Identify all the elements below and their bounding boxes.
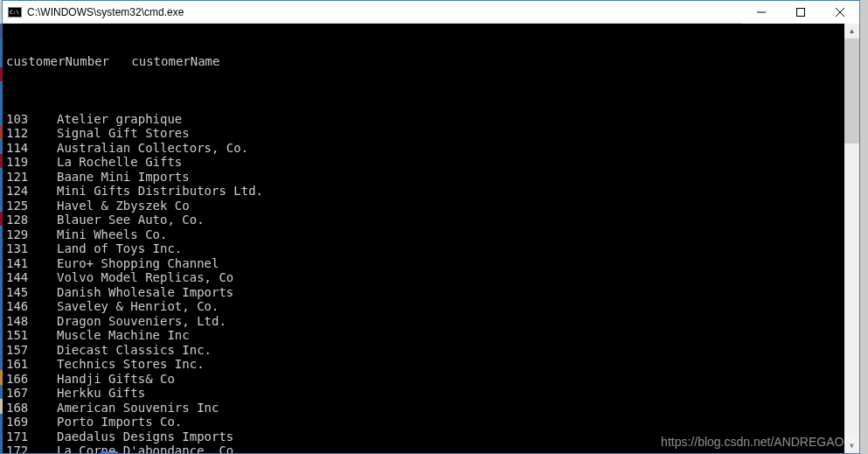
customer-name: Mini Wheels Co. [57,227,167,242]
customer-name: Danish Wholesale Imports [57,285,233,300]
table-row: 103Atelier graphique [3,112,844,127]
customer-name: American Souvenirs Inc [57,401,219,416]
header-col1: customerNumber [6,54,109,68]
customer-name: Daedalus Designs Imports [57,430,233,444]
customer-number: 172 [3,444,57,453]
customer-number: 119 [3,155,57,170]
customer-number: 103 [3,112,57,127]
console-area: customerNumber customerName 103Atelier g… [3,24,859,453]
table-row: 141Euro+ Shopping Channel [3,256,844,271]
customer-name: La Rochelle Gifts [57,155,182,170]
titlebar[interactable]: C:\WINDOWS\system32\cmd.exe [3,1,859,24]
customer-number: 148 [3,314,57,329]
customer-number: 166 [3,372,57,387]
customer-number: 131 [3,241,57,256]
left-edge-decoration [0,24,3,454]
customer-name: Technics Stores Inc. [57,357,205,372]
customer-number: 168 [3,401,57,416]
window-title: C:\WINDOWS\system32\cmd.exe [27,6,741,18]
customer-number: 114 [3,141,57,156]
customer-number: 146 [3,299,57,314]
customer-number: 167 [3,386,57,401]
customer-name: Dragon Souveniers, Ltd. [57,314,226,329]
table-row: 129Mini Wheels Co. [3,227,844,242]
console-output[interactable]: customerNumber customerName 103Atelier g… [3,24,844,453]
table-row: 167Herkku Gifts [3,386,844,401]
customer-number: 161 [3,357,57,372]
minimize-button[interactable] [741,1,781,24]
customer-name: Diecast Classics Inc. [57,343,212,358]
customer-name: Baane Mini Imports [57,170,190,185]
cmd-icon [8,7,22,17]
maximize-button[interactable] [781,1,820,24]
scroll-thumb[interactable] [844,38,859,143]
close-icon [836,8,844,17]
customer-name: Porto Imports Co. [57,415,182,430]
customer-name: Euro+ Shopping Channel [57,256,219,271]
customer-name: Mini Gifts Distributors Ltd. [57,184,263,199]
table-row: 125Havel & Zbyszek Co [3,199,844,213]
customer-name: Havel & Zbyszek Co [57,199,190,213]
customer-number: 157 [3,343,57,358]
table-row: 119La Rochelle Gifts [3,155,844,170]
table-row: 114Australian Collectors, Co. [3,141,844,156]
svg-rect-1 [796,9,804,17]
table-row: 144Volvo Model Replicas, Co [3,270,844,285]
table-row: 145Danish Wholesale Imports [3,285,844,300]
vertical-scrollbar[interactable]: ▲ ▼ [844,24,859,453]
customer-name: Australian Collectors, Co. [57,141,248,156]
table-row: 166Handji Gifts& Co [3,372,844,387]
customer-number: 169 [3,415,57,430]
table-row: 148Dragon Souveniers, Ltd. [3,314,844,329]
maximize-icon [796,8,805,17]
header-col2: customerName [131,54,219,68]
table-header: customerNumber customerName [3,54,844,69]
table-row: 161Technics Stores Inc. [3,357,844,372]
scroll-up-arrow[interactable]: ▲ [844,24,859,38]
customer-name: Signal Gift Stores [57,126,190,141]
minimize-icon [757,8,766,17]
customer-number: 144 [3,270,57,285]
table-row: 131Land of Toys Inc. [3,241,844,256]
customer-name: Handji Gifts& Co [57,372,175,387]
customer-number: 121 [3,170,57,185]
customer-number: 145 [3,285,57,300]
window-controls [741,1,859,23]
customer-number: 141 [3,256,57,271]
customer-number: 112 [3,126,57,141]
customer-name: Volvo Model Replicas, Co [57,270,233,285]
table-row: 121Baane Mini Imports [3,170,844,185]
table-row: 146Saveley & Henriot, Co. [3,299,844,314]
table-row: 128Blauer See Auto, Co. [3,213,844,227]
customer-name: Blauer See Auto, Co. [57,213,205,227]
customer-number: 128 [3,213,57,227]
customer-name: Saveley & Henriot, Co. [57,299,219,314]
customer-name: La Corne D'abondance, Co. [57,444,241,453]
customer-number: 151 [3,328,57,343]
customer-number: 171 [3,430,57,444]
customer-number: 125 [3,199,57,213]
table-row: 169Porto Imports Co. [3,415,844,430]
customer-number: 124 [3,184,57,199]
customer-name: Muscle Machine Inc [57,328,190,343]
table-row: 124Mini Gifts Distributors Ltd. [3,184,844,199]
table-row: 168American Souvenirs Inc [3,401,844,416]
watermark-text: https://blog.csdn.net/ANDREGAO08 [661,435,858,449]
cmd-window: C:\WINDOWS\system32\cmd.exe customerNumb… [2,0,860,454]
table-row: 112Signal Gift Stores [3,126,844,141]
customer-name: Land of Toys Inc. [57,241,182,256]
customer-name: Atelier graphique [57,112,182,127]
customer-number: 129 [3,227,57,242]
table-row: 157Diecast Classics Inc. [3,343,844,358]
table-row: 151Muscle Machine Inc [3,328,844,343]
close-button[interactable] [820,1,859,24]
customer-name: Herkku Gifts [57,386,145,401]
